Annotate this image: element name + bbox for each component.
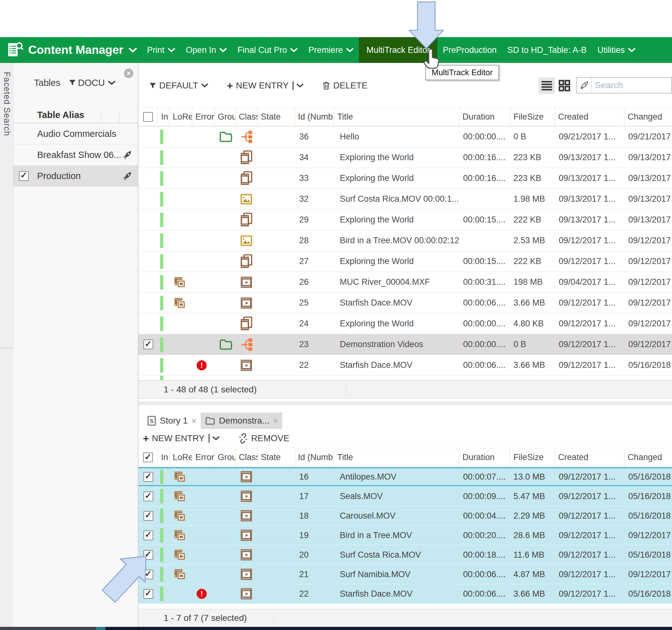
column-header-changed[interactable]: Changed <box>624 108 672 126</box>
menu-item[interactable]: Open In <box>181 37 232 63</box>
table-row[interactable]: 17 Seals.MOV 00:00:09.... 5.47 MB 09/12/… <box>139 487 672 506</box>
close-icon[interactable] <box>124 69 134 78</box>
table-row[interactable]: 23 Demonstration Videos 00:00:00.... 0 B… <box>139 334 672 355</box>
table-row[interactable]: 19 Bird in a Tree.MOV 00:00:20.... 28.6 … <box>139 526 672 545</box>
table-row[interactable]: 28 Bird in a Tree.MOV 00:00:02:12 2.53 M… <box>139 230 672 251</box>
lowres-proxy-icon <box>173 549 186 561</box>
column-header-lore[interactable]: LoRe <box>170 108 192 126</box>
duration-cell: 00:00:18.... <box>459 550 510 560</box>
changed-cell: 05/16/2018 <box>624 589 672 599</box>
column-header-class[interactable]: Class <box>236 448 258 467</box>
column-header-id[interactable]: Id (Numb <box>295 108 334 126</box>
in-indicator <box>160 150 163 165</box>
menu-item[interactable]: Premiere <box>303 37 359 63</box>
duration-cell: 00:00:07.... <box>459 472 510 482</box>
list-view-button[interactable] <box>538 77 555 94</box>
column-header-class[interactable]: Class <box>236 108 258 126</box>
row-checkbox[interactable] <box>143 340 153 349</box>
column-header-filesize[interactable]: FileSize <box>510 108 555 126</box>
table-row[interactable]: 36 Hello 00:00:00.... 0 B 09/21/2017 1..… <box>139 126 672 147</box>
column-header-filesize[interactable]: FileSize <box>510 448 555 467</box>
column-header-state[interactable]: State <box>258 448 295 467</box>
new-entry-button[interactable]: + NEW ENTRY <box>227 80 307 91</box>
column-header-lore[interactable]: LoRe <box>170 448 192 467</box>
table-row[interactable]: 27 Exploring the World 00:00:15.... 222 … <box>139 251 672 272</box>
menu-item[interactable]: PreProduction <box>437 37 502 63</box>
duration-cell: 00:00:15.... <box>459 256 510 266</box>
table-row[interactable]: 16 Antilopes.MOV 00:00:07.... 13.0 MB 09… <box>139 467 672 487</box>
column-header-in[interactable]: In <box>158 448 170 467</box>
filesize-cell: 11.6 MB <box>510 550 555 560</box>
column-header-in[interactable]: In <box>158 108 170 126</box>
title-cell: Seals.MOV <box>334 492 459 501</box>
column-header-error[interactable]: Error <box>192 448 215 467</box>
chevron-down-icon[interactable] <box>108 80 116 85</box>
table-row[interactable]: 18 Carousel.MOV 00:00:04.... 2.29 MB 09/… <box>139 506 672 526</box>
row-checkbox[interactable] <box>143 531 153 540</box>
tables-filter-value[interactable]: DOCU <box>78 78 105 88</box>
list-item[interactable]: Breakfast Show 06... <box>13 144 138 165</box>
column-header-created[interactable]: Created <box>555 448 624 467</box>
column-header-title[interactable]: Title <box>334 448 459 467</box>
search-input[interactable] <box>592 78 671 93</box>
menu-item[interactable]: Final Cut Pro <box>232 37 303 63</box>
tables-title: Tables <box>34 78 61 88</box>
row-checkbox[interactable] <box>143 492 153 501</box>
table-row[interactable]: 21 Surf Namibia.MOV 00:00:06.... 4.87 MB… <box>139 565 672 584</box>
table-row[interactable]: 32 Surf Costa Rica.MOV 00:00:1... 1.98 M… <box>139 189 672 210</box>
title-cell: Starfish Dace.MOV <box>334 589 459 599</box>
table-row[interactable]: 20 Surf Costa Rica.MOV 00:00:18.... 11.6… <box>139 545 672 565</box>
row-checkbox[interactable] <box>143 589 153 599</box>
folder-icon <box>219 339 233 351</box>
column-header-title[interactable]: Title <box>334 108 459 126</box>
table-row[interactable]: 24 Exploring the World 00:00:00.... 4.80… <box>139 313 672 334</box>
in-indicator <box>160 171 163 186</box>
column-header-changed[interactable]: Changed <box>624 448 672 467</box>
table-row[interactable]: 34 Exploring the World 00:00:16.... 223 … <box>139 147 672 168</box>
tab[interactable]: S Story 1 <box>143 413 201 429</box>
close-icon[interactable] <box>273 416 278 426</box>
pagination-divider <box>346 383 346 396</box>
select-all-checkbox[interactable] <box>143 112 153 122</box>
column-header-error[interactable]: Error <box>192 108 215 126</box>
table-row[interactable]: 25 Starfish Dace.MOV 00:00:06.... 3.66 M… <box>139 293 672 313</box>
panel-splitter[interactable] <box>139 399 672 410</box>
column-header-duration[interactable]: Duration <box>459 448 510 467</box>
column-header-group[interactable]: Grou <box>215 108 236 126</box>
column-header-id[interactable]: Id (Numb <box>295 448 334 467</box>
table-row[interactable]: 29 Exploring the World 00:00:15.... 222 … <box>139 210 672 230</box>
column-header-state[interactable]: State <box>258 108 295 126</box>
table-row[interactable]: 33 Exploring the World 00:00:16.... 223 … <box>139 168 672 189</box>
row-checkbox[interactable] <box>143 472 153 482</box>
folder-icon <box>205 417 215 425</box>
table-checkbox[interactable] <box>19 171 29 181</box>
table-alias-header[interactable]: Table Alias <box>13 107 138 123</box>
list-item[interactable]: Audio Commercials <box>13 123 138 144</box>
faceted-search-tab[interactable]: Faceted Search <box>0 63 13 348</box>
menu-item[interactable]: SD to HD_Table: A-B <box>502 37 592 63</box>
search-rocket-icon <box>579 80 589 90</box>
table-row[interactable]: 22 Starfish Dace.MOV 00:00:06.... 3.66 M… <box>139 584 672 604</box>
column-header-group[interactable]: Grou <box>215 448 236 467</box>
table-row[interactable]: 26 MUC River_00004.MXF 00:00:31.... 198 … <box>139 272 672 293</box>
tab[interactable]: Demonstra... <box>201 413 282 429</box>
column-header-duration[interactable]: Duration <box>459 108 510 126</box>
close-icon[interactable] <box>192 416 196 426</box>
error-icon <box>197 360 207 370</box>
grid-view-button[interactable] <box>556 77 573 94</box>
new-entry-button[interactable]: + NEW ENTRY <box>143 433 222 444</box>
delete-button[interactable]: DELETE <box>322 80 370 91</box>
column-header-created[interactable]: Created <box>555 108 624 126</box>
remove-button[interactable]: REMOVE <box>238 433 292 443</box>
row-checkbox[interactable] <box>143 511 153 521</box>
id-cell: 36 <box>295 132 334 142</box>
select-all-checkbox[interactable] <box>143 452 153 462</box>
menu-item[interactable]: Utilities <box>592 37 641 63</box>
table-row[interactable]: 22 Starfish Dace.MOV 00:00:06.... 3.66 M… <box>139 355 672 376</box>
default-filter-button[interactable]: DEFAULT <box>149 80 211 91</box>
app-brand[interactable]: Content Manager <box>6 41 137 59</box>
list-item[interactable]: Production <box>13 165 138 187</box>
id-cell: 23 <box>295 340 334 349</box>
video-clip-icon <box>239 358 253 372</box>
menu-item[interactable]: Print <box>142 37 181 63</box>
